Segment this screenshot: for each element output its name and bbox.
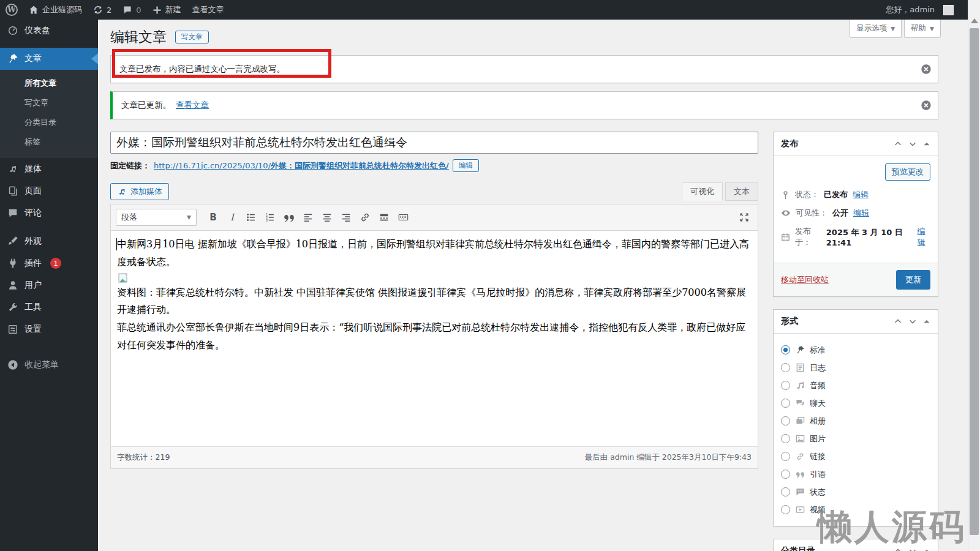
post-title-input[interactable]: [110, 132, 758, 154]
tab-text[interactable]: 文本: [725, 182, 758, 201]
format-option-status[interactable]: 状态: [781, 483, 930, 501]
format-option-audio[interactable]: 音频: [781, 377, 930, 394]
sidebar-item-tools[interactable]: 工具: [0, 296, 98, 318]
blockquote-button[interactable]: [281, 209, 298, 225]
radio[interactable]: [781, 470, 790, 479]
published-on-row: 发布于： 2025 年 3 月 10 日 21:41 编辑: [781, 226, 930, 248]
updates-menu[interactable]: 2: [88, 0, 117, 20]
format-option-gallery[interactable]: 相册: [781, 412, 930, 430]
move-up-icon[interactable]: [894, 140, 902, 148]
radio-checked[interactable]: [781, 345, 790, 354]
last-edited-text: 最后由 admin 编辑于 2025年3月10日下午9:43: [585, 452, 752, 463]
screen-options-button[interactable]: 显示选项 ▼: [850, 20, 902, 38]
toggle-panel-icon[interactable]: [923, 318, 930, 325]
scrollbar-thumb[interactable]: [970, 28, 979, 535]
permalink-link[interactable]: http://16.71jc.cn/2025/03/10/外媒：国际刑警组织对菲…: [154, 160, 449, 171]
submenu-all-posts[interactable]: 所有文章: [0, 73, 98, 93]
tab-visual[interactable]: 可视化: [682, 182, 723, 201]
close-icon: [921, 64, 932, 75]
sidebar-item-dashboard[interactable]: 仪表盘: [0, 20, 98, 42]
edit-visibility-link[interactable]: 编辑: [853, 208, 869, 219]
sidebar-item-appearance[interactable]: 外观: [0, 230, 98, 252]
align-right-button[interactable]: [337, 209, 355, 225]
radio[interactable]: [781, 399, 790, 408]
format-option-aside[interactable]: 日志: [781, 359, 930, 377]
move-up-icon[interactable]: [894, 317, 902, 326]
chevron-down-icon: ▼: [891, 26, 895, 32]
move-to-trash-link[interactable]: 移动至回收站: [781, 274, 829, 285]
new-content-menu[interactable]: 新建: [147, 0, 187, 20]
align-left-button[interactable]: [300, 209, 317, 225]
sidebar-item-settings[interactable]: 设置: [0, 318, 98, 340]
paragraph-format-select[interactable]: 段落 ▼: [116, 209, 197, 226]
published-on-value: 2025 年 3 月 10 日 21:41: [826, 227, 913, 247]
format-option-quote[interactable]: 引语: [781, 465, 930, 483]
format-label: 相册: [810, 416, 826, 427]
page-scrollbar[interactable]: [968, 0, 980, 551]
move-down-icon[interactable]: [908, 547, 917, 551]
move-down-icon[interactable]: [908, 317, 917, 326]
sidebar-item-users[interactable]: 用户: [0, 274, 98, 296]
radio[interactable]: [781, 487, 790, 497]
publish-panel-header[interactable]: 发布: [774, 132, 938, 156]
radio[interactable]: [781, 381, 790, 390]
site-menu[interactable]: 企业猫源码: [23, 0, 88, 20]
preview-changes-button[interactable]: 预览更改: [885, 163, 930, 181]
submenu-tags[interactable]: 标签: [0, 132, 98, 152]
sidebar-item-plugins[interactable]: 插件 1: [0, 252, 98, 274]
dismiss-notice-button[interactable]: [921, 64, 932, 75]
radio[interactable]: [781, 363, 790, 372]
wordpress-logo-menu[interactable]: W: [0, 0, 23, 20]
move-down-icon[interactable]: [908, 140, 917, 148]
post-body-editor[interactable]: 中新网3月10日电 据新加坡《联合早报》10日报道，日前，国际刑警组织对菲律宾前…: [111, 231, 758, 446]
add-new-post-button[interactable]: 写文章: [175, 31, 209, 43]
sidebar-item-comments[interactable]: 评论: [0, 202, 98, 224]
edit-status-link[interactable]: 编辑: [853, 189, 869, 200]
dismiss-notice-button[interactable]: [921, 100, 932, 111]
align-center-button[interactable]: [318, 209, 336, 225]
scrollbar-up-arrow[interactable]: [971, 18, 978, 23]
read-more-button[interactable]: [375, 209, 393, 225]
format-panel-header[interactable]: 形式: [774, 310, 938, 334]
toolbar-toggle-button[interactable]: [394, 209, 412, 225]
comments-menu[interactable]: 0: [117, 0, 146, 20]
update-button[interactable]: 更新: [896, 270, 930, 290]
broken-image-icon[interactable]: [118, 273, 129, 283]
radio[interactable]: [781, 452, 790, 461]
link-icon: [795, 452, 805, 462]
format-option-standard[interactable]: 标准: [781, 341, 930, 359]
fullscreen-button[interactable]: [736, 209, 753, 225]
radio[interactable]: [781, 505, 790, 514]
radio[interactable]: [781, 434, 790, 443]
move-up-icon[interactable]: [894, 547, 902, 551]
submenu-new-post[interactable]: 写文章: [0, 93, 98, 113]
view-post-link[interactable]: 查看文章: [176, 100, 209, 111]
help-button[interactable]: 帮助 ▼: [904, 20, 941, 38]
format-option-link[interactable]: 链接: [781, 448, 930, 465]
submenu-categories[interactable]: 分类目录: [0, 113, 98, 132]
page-header: 编辑文章 写文章: [110, 24, 938, 49]
toggle-panel-icon[interactable]: [923, 547, 930, 551]
format-option-video[interactable]: 视频: [781, 501, 930, 519]
toggle-panel-icon[interactable]: [923, 140, 930, 148]
view-post-menu[interactable]: 查看文章: [187, 0, 230, 20]
audio-note-icon: [795, 381, 805, 391]
italic-button[interactable]: I: [224, 209, 241, 225]
radio[interactable]: [781, 416, 790, 425]
chevron-down-icon: ▼: [187, 214, 191, 220]
add-media-button[interactable]: 添加媒体: [110, 183, 169, 200]
sidebar-item-posts[interactable]: 文章: [0, 48, 98, 70]
edit-published-link[interactable]: 编辑: [918, 226, 930, 248]
format-option-chat[interactable]: 聊天: [781, 394, 930, 412]
my-account-menu[interactable]: 您好，admin: [880, 0, 968, 20]
categories-panel-header[interactable]: 分类目录: [774, 539, 938, 551]
numbered-list-button[interactable]: 123: [262, 209, 279, 225]
sidebar-item-pages[interactable]: 页面: [0, 180, 98, 202]
insert-link-button[interactable]: [356, 209, 374, 225]
bold-button[interactable]: B: [205, 209, 222, 225]
sidebar-collapse-menu[interactable]: 收起菜单: [0, 354, 98, 376]
bulleted-list-button[interactable]: [243, 209, 260, 225]
format-option-image[interactable]: 图片: [781, 430, 930, 448]
sidebar-item-media[interactable]: 媒体: [0, 158, 98, 180]
edit-permalink-button[interactable]: 编辑: [453, 159, 479, 172]
